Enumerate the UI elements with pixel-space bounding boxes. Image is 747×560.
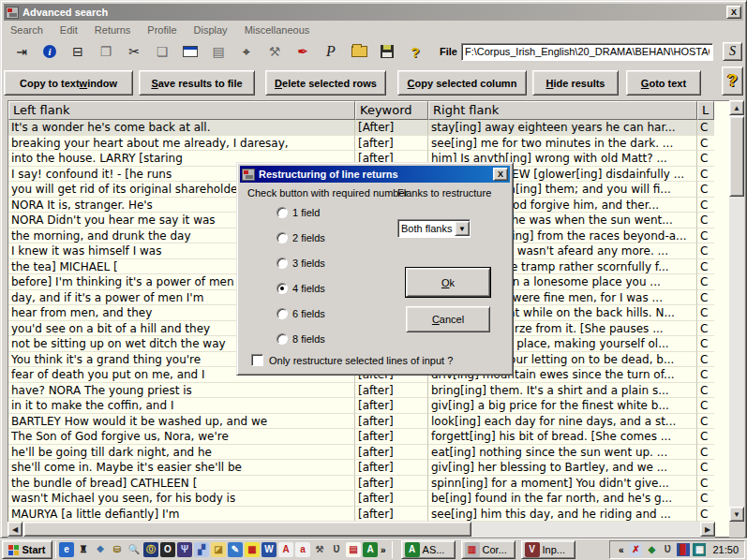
radio-3-fields[interactable]: 3 fields bbox=[276, 258, 325, 269]
database-icon[interactable]: ⛁ bbox=[110, 542, 125, 557]
radio-circle-icon[interactable] bbox=[276, 308, 288, 319]
radio-6-fields[interactable]: 6 fields bbox=[276, 308, 325, 319]
table-row[interactable]: BARTLEY How would it be washed up, and w… bbox=[8, 414, 714, 430]
paragraph-icon[interactable]: P bbox=[320, 42, 342, 61]
menu-display[interactable]: Display bbox=[194, 24, 228, 36]
launcher-icon[interactable]: ♜ bbox=[76, 542, 91, 557]
radio-circle-icon[interactable] bbox=[276, 232, 288, 243]
scroll-right-arrow[interactable]: ▶ bbox=[700, 522, 715, 537]
crosshair-icon[interactable]: ⌖ bbox=[235, 42, 258, 61]
table-row[interactable]: MAURYA [a little defiantly] I'm[after]se… bbox=[8, 507, 714, 523]
start-button[interactable]: Start bbox=[2, 540, 52, 559]
ok-button[interactable]: Ok bbox=[406, 268, 490, 297]
vertical-scroll-thumb[interactable] bbox=[729, 116, 744, 197]
table-row[interactable]: have? NORA The young priest is[after]bri… bbox=[8, 383, 714, 399]
font-icon[interactable]: a bbox=[295, 542, 310, 557]
header-left-flank[interactable]: Left flank bbox=[8, 101, 355, 120]
acrobat-icon[interactable]: A bbox=[278, 542, 293, 557]
menu-returns[interactable]: Returns bbox=[95, 24, 131, 36]
network-error-icon[interactable]: ✗ bbox=[629, 543, 642, 556]
radio-circle-icon[interactable] bbox=[276, 258, 288, 269]
table-row[interactable]: in it to make the coffin, and I[after]gi… bbox=[8, 398, 714, 414]
editor-icon[interactable]: A bbox=[363, 542, 378, 557]
chevron-down-icon[interactable]: ▼ bbox=[455, 221, 470, 236]
pen-icon[interactable]: ✒ bbox=[291, 42, 314, 61]
paint-icon[interactable]: ✎ bbox=[228, 542, 243, 557]
radio-circle-icon[interactable] bbox=[276, 283, 288, 294]
shield-icon[interactable]: Ⓞ bbox=[143, 542, 158, 557]
only-selected-checkbox-row[interactable]: Only restructure selected lines of input… bbox=[251, 354, 453, 366]
table-row[interactable]: she'll come in. Maybe it's easier she'll… bbox=[8, 460, 714, 476]
radio-circle-icon[interactable] bbox=[276, 207, 288, 218]
split-window-icon[interactable]: ⊟ bbox=[67, 42, 89, 61]
document-icon[interactable]: ▤ bbox=[207, 42, 230, 61]
dialog-titlebar[interactable]: Restructuring of line returns X bbox=[240, 166, 510, 183]
tools-icon[interactable]: ⚒ bbox=[312, 542, 327, 557]
save-results-to-file-button[interactable]: Save results to file bbox=[139, 70, 255, 96]
hook-tray-icon[interactable]: Ʋ bbox=[661, 543, 674, 556]
app-w-icon[interactable]: Ψ bbox=[177, 542, 192, 557]
dialog-close-button[interactable]: X bbox=[493, 168, 508, 181]
task-button-inp[interactable]: V Inp... bbox=[521, 540, 575, 559]
menu-miscellaneous[interactable]: Miscellaneous bbox=[245, 24, 310, 36]
table-row[interactable]: the bundle of bread] CATHLEEN [[after]sp… bbox=[8, 476, 714, 492]
flanks-dropdown[interactable]: Both flanks ▼ bbox=[397, 219, 471, 238]
scroll-left-arrow[interactable]: ◀ bbox=[7, 522, 22, 537]
table-row[interactable]: he'll be going till dark night, and he[a… bbox=[8, 445, 714, 461]
network-icon[interactable]: ❖ bbox=[93, 542, 108, 557]
opera-icon[interactable]: O bbox=[160, 542, 175, 557]
goto-text-button[interactable]: Goto text bbox=[626, 70, 701, 96]
radio-4-fields[interactable]: 4 fields bbox=[276, 283, 325, 294]
file-path-input[interactable] bbox=[461, 43, 713, 61]
quicklaunch-overflow-chevron[interactable]: » bbox=[381, 545, 386, 555]
radio-circle-icon[interactable] bbox=[276, 333, 288, 345]
menu-edit[interactable]: Edit bbox=[60, 24, 78, 36]
wrench-icon[interactable]: ⚒ bbox=[263, 42, 286, 61]
table-row[interactable]: The Son of God forgive us, Nora, we're[a… bbox=[8, 429, 714, 445]
copy-icon[interactable]: ❐ bbox=[95, 42, 117, 61]
menu-search[interactable]: Search bbox=[10, 24, 43, 36]
scroll-up-arrow[interactable]: ▲ bbox=[729, 100, 744, 115]
update-icon[interactable]: ◆ bbox=[645, 543, 658, 556]
scroll-down-arrow[interactable]: ▼ bbox=[729, 507, 744, 522]
context-help-button[interactable]: ? bbox=[722, 66, 743, 96]
table-row[interactable]: breaking your heart about me already, I … bbox=[8, 136, 714, 152]
vertical-scrollbar[interactable]: ▲ ▼ bbox=[729, 100, 744, 538]
delete-selected-rows-button[interactable]: Delete selected rows bbox=[265, 70, 386, 96]
window-titlebar[interactable]: Advanced search X bbox=[4, 4, 743, 21]
table-row[interactable]: It's a wonder he's come back at all.[Aft… bbox=[8, 120, 714, 136]
s-button[interactable]: S bbox=[723, 42, 742, 61]
header-last-col[interactable]: L bbox=[697, 101, 714, 120]
exit-icon[interactable]: ⇥ bbox=[10, 42, 33, 61]
task-button-as[interactable]: A AS... bbox=[401, 540, 456, 559]
browser-icon[interactable]: e bbox=[59, 542, 74, 557]
horizontal-scrollbar[interactable]: ◀ ▶ bbox=[7, 522, 715, 538]
search-icon[interactable]: 🔍 bbox=[127, 542, 142, 557]
table-row[interactable]: wasn't Michael you seen, for his body is… bbox=[8, 491, 714, 507]
dictionary-icon[interactable]: ▊ bbox=[677, 543, 690, 556]
task-button-cor[interactable]: ▥ Cor... bbox=[461, 540, 515, 559]
header-keyword[interactable]: Keyword bbox=[355, 101, 428, 120]
save-icon[interactable] bbox=[376, 42, 398, 61]
cut-icon[interactable]: ✂ bbox=[123, 42, 145, 61]
grid-icon[interactable]: ▦ bbox=[245, 542, 260, 557]
copy-selected-column-button[interactable]: Copy selected column bbox=[397, 70, 527, 96]
folder-icon[interactable]: ◪ bbox=[211, 542, 226, 557]
cancel-button[interactable]: Cancel bbox=[406, 306, 490, 332]
header-right-flank[interactable]: Right flank bbox=[428, 101, 697, 120]
info-icon[interactable]: i bbox=[38, 42, 61, 61]
horizontal-scroll-thumb[interactable] bbox=[23, 522, 471, 537]
notes-icon[interactable]: ▤ bbox=[346, 542, 361, 557]
hide-results-button[interactable]: Hide results bbox=[532, 70, 619, 96]
word-icon[interactable]: W bbox=[261, 542, 276, 557]
menu-profile[interactable]: Profile bbox=[147, 24, 176, 36]
video-icon[interactable]: ▦ bbox=[693, 543, 706, 556]
window-icon[interactable] bbox=[179, 42, 202, 61]
copy-to-text-window-button[interactable]: Copy to text window bbox=[4, 70, 133, 96]
close-button[interactable]: X bbox=[726, 6, 741, 19]
radio-8-fields[interactable]: 8 fields bbox=[276, 333, 325, 345]
tray-chevron[interactable]: « bbox=[619, 545, 624, 555]
help-icon[interactable]: ? bbox=[404, 42, 426, 61]
checkbox-icon[interactable] bbox=[251, 354, 263, 366]
radio-1-field[interactable]: 1 field bbox=[276, 207, 320, 218]
